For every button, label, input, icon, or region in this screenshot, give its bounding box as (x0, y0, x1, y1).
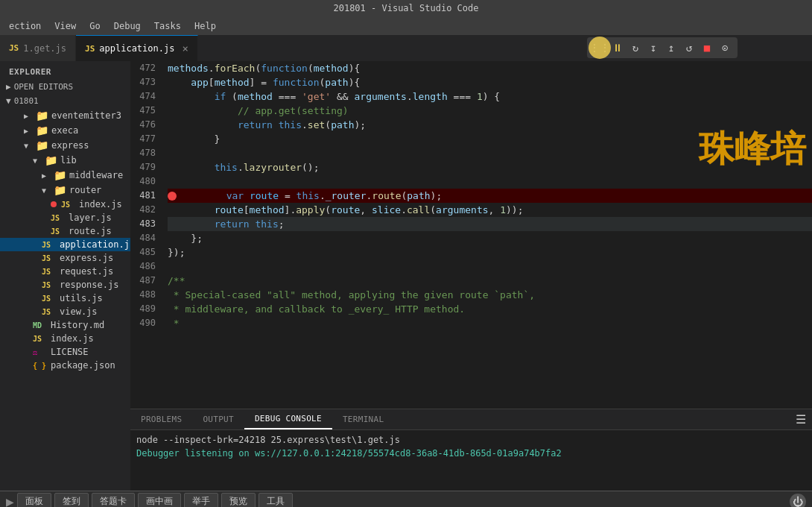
open-editors-section[interactable]: ▶ OPEN EDITORS (0, 80, 130, 94)
bottom-bar: ▶ 面板 签到 答题卡 画中画 举手 预览 工具 ⏻ (0, 491, 812, 507)
sidebar-item-response[interactable]: JS response.js (0, 278, 130, 292)
bottom-close-button[interactable]: ⏻ (790, 494, 806, 508)
folder-icon: 📁 (54, 169, 66, 181)
bottom-arrow-icon[interactable]: ▶ (6, 496, 14, 508)
sidebar-item-license[interactable]: ⚖ LICENSE (0, 345, 130, 359)
file-label: utils.js (60, 293, 103, 303)
line-num-487: 487 (130, 274, 156, 288)
sidebar-item-router-index[interactable]: JS index.js (0, 198, 130, 211)
code-line-486 (168, 259, 812, 274)
tab-close-button[interactable]: × (182, 42, 188, 54)
panel-menu-icon[interactable]: ☰ (796, 412, 806, 426)
tab-terminal[interactable]: TERMINAL (332, 409, 394, 429)
sidebar-item-lib[interactable]: ▼ 📁 lib (0, 153, 130, 168)
file-label: express.js (60, 253, 113, 263)
bottom-btn-hand-raise[interactable]: 举手 (184, 493, 218, 507)
debug-restart-button[interactable]: ↺ (681, 40, 697, 56)
js-file-icon: JS (42, 308, 57, 316)
menu-view[interactable]: View (48, 19, 82, 33)
sidebar-item-layer[interactable]: JS layer.js (0, 211, 130, 224)
breakpoint-dot (51, 201, 57, 207)
bottom-btn-answer-card[interactable]: 答题卡 (92, 493, 135, 507)
folder-icon: 📁 (36, 139, 48, 151)
file-label: route.js (69, 226, 112, 236)
tab-1getjs[interactable]: JS 1.get.js (0, 35, 76, 61)
sidebar-item-route[interactable]: JS route.js (0, 224, 130, 238)
sidebar-item-middleware[interactable]: ▶ 📁 middleware (0, 168, 130, 183)
folder-label: lib (60, 155, 77, 166)
tab-output[interactable]: OUTPUT (192, 409, 244, 429)
panel-content: node --inspect-brk=24218 25.express\test… (130, 430, 812, 491)
bottom-btn-pip[interactable]: 画中画 (138, 493, 181, 507)
debug-settings-button[interactable]: ⊙ (717, 40, 733, 56)
menu-help[interactable]: Help (188, 19, 222, 33)
folder-icon: 📁 (45, 154, 57, 166)
line-num-476: 476 (130, 118, 156, 132)
sidebar-item-application[interactable]: JS application.js (0, 238, 130, 251)
project-label: 01801 (14, 96, 39, 106)
folder-icon: 📁 (54, 184, 66, 196)
editor: 珠峰培 472 473 474 475 476 477 478 479 480 … (130, 61, 812, 491)
menu-tasks[interactable]: Tasks (148, 19, 187, 33)
code-area[interactable]: 472 473 474 475 476 477 478 479 480 481 … (130, 61, 812, 409)
sidebar-item-index[interactable]: JS index.js (0, 332, 130, 345)
bottom-btn-preview[interactable]: 预览 (221, 493, 256, 507)
tab-problems[interactable]: PROBLEMS (130, 409, 192, 429)
md-file-icon: MD (33, 321, 48, 330)
watermark: 珠峰培 (693, 122, 812, 176)
js-file-icon: JS (61, 201, 76, 209)
debug-step-out-button[interactable]: ↥ (663, 40, 679, 56)
debug-step-into-button[interactable]: ↧ (645, 40, 662, 56)
menu-debug[interactable]: Debug (108, 19, 147, 33)
code-line-484: }; (168, 231, 812, 245)
line-num-490: 490 (130, 316, 156, 330)
tab-debug-console[interactable]: DEBUG CONSOLE (244, 409, 332, 429)
bottom-btn-tools[interactable]: 工具 (258, 493, 293, 507)
menu-ection[interactable]: ection (3, 19, 47, 33)
sidebar-item-utils[interactable]: JS utils.js (0, 292, 130, 305)
code-line-473: app[method] = function(path){ (168, 75, 812, 89)
tab-bar: JS 1.get.js JS application.js × ⋮⋮ ⏸ ↻ ↧… (0, 35, 812, 61)
license-file-icon: ⚖ (33, 348, 48, 356)
sidebar-item-request[interactable]: JS request.js (0, 265, 130, 278)
code-line-483: return this; (168, 217, 812, 231)
cursor-indicator (589, 37, 611, 59)
debug-stop-button[interactable]: ■ (699, 40, 715, 56)
title-bar-text: 201801 - Visual Studio Code (6, 3, 806, 13)
debug-step-over-button[interactable]: ↻ (627, 40, 644, 56)
tab-applicationjs[interactable]: JS application.js × (76, 35, 198, 61)
sidebar-header: EXPLORER (0, 61, 130, 80)
sidebar-item-eventemitter3[interactable]: ▶ 📁 eventemitter3 (0, 108, 130, 123)
code-line-475: // app.get(setting) (168, 104, 812, 118)
debug-pause-button[interactable]: ⏸ (609, 40, 626, 56)
js-file-icon: JS (42, 295, 57, 303)
sidebar-item-history[interactable]: MD History.md (0, 318, 130, 332)
js-icon-2: JS (85, 44, 95, 54)
menu-go[interactable]: Go (83, 19, 106, 33)
code-line-488: * Special-cased "all" method, applying t… (168, 288, 812, 302)
js-file-icon: JS (51, 227, 66, 236)
sidebar-item-package[interactable]: { } package.json (0, 359, 130, 372)
js-file-icon: JS (42, 268, 57, 276)
sidebar-item-execa[interactable]: ▶ 📁 execa (0, 123, 130, 138)
file-label: index.js (79, 199, 122, 210)
panel-icons: ☰ (796, 409, 812, 429)
line-num-477: 477 (130, 132, 156, 146)
code-line-480 (168, 174, 812, 189)
code-line-482: route[method].apply(route, slice.call(ar… (168, 203, 812, 217)
code-content[interactable]: methods.forEach(function(method){ app[me… (162, 61, 812, 409)
project-section[interactable]: ▼ 01801 (0, 94, 130, 108)
code-line-474: if (method === 'get' && arguments.length… (168, 89, 812, 104)
sidebar-item-express-js[interactable]: JS express.js (0, 251, 130, 265)
menu-bar: ection View Go Debug Tasks Help (0, 16, 812, 35)
bottom-btn-signin[interactable]: 签到 (54, 493, 89, 507)
code-line-487: /** (168, 274, 812, 288)
line-num-481: 481 (130, 189, 156, 203)
sidebar-item-view[interactable]: JS view.js (0, 305, 130, 318)
bottom-btn-panel[interactable]: 面板 (17, 493, 51, 507)
folder-label: router (69, 185, 101, 195)
line-num-475: 475 (130, 104, 156, 118)
sidebar-item-router[interactable]: ▼ 📁 router (0, 183, 130, 198)
sidebar-item-express[interactable]: ▼ 📁 express (0, 138, 130, 153)
open-editors-label: OPEN EDITORS (14, 82, 73, 92)
